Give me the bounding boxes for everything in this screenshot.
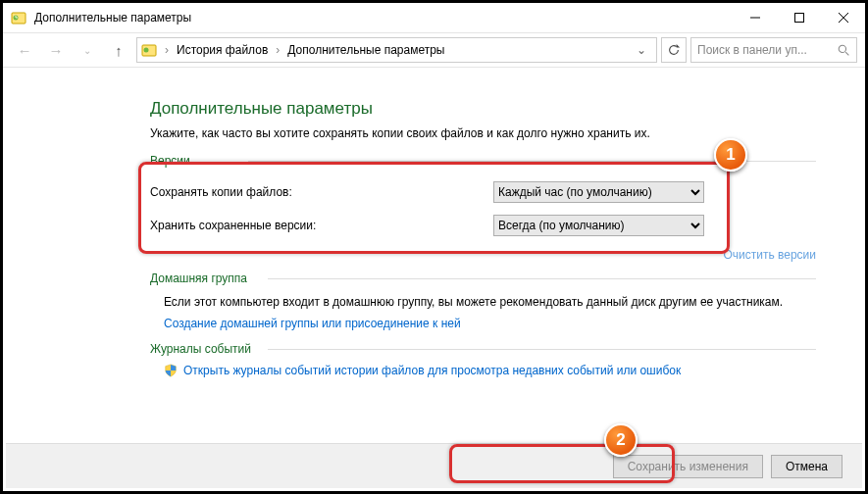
- svg-rect-3: [794, 14, 803, 23]
- search-placeholder: Поиск в панели уп...: [697, 43, 832, 57]
- refresh-button[interactable]: [661, 37, 687, 63]
- keep-versions-select[interactable]: Всегда (по умолчанию): [493, 215, 704, 236]
- recent-locations-button[interactable]: ⌄: [74, 36, 101, 64]
- search-icon: [838, 44, 850, 57]
- save-button[interactable]: Сохранить изменения: [613, 455, 763, 478]
- svg-point-7: [144, 48, 149, 53]
- cancel-button[interactable]: Отмена: [771, 455, 842, 478]
- clean-versions-link[interactable]: Очистить версии: [150, 248, 816, 262]
- search-input[interactable]: Поиск в панели уп...: [690, 37, 857, 63]
- address-bar[interactable]: › История файлов › Дополнительные параме…: [136, 37, 657, 63]
- navbar: ← → ⌄ ↑ › История файлов › Дополнительны…: [3, 32, 865, 68]
- svg-point-8: [839, 45, 845, 52]
- up-button[interactable]: ↑: [105, 36, 132, 64]
- chevron-right-icon: ›: [272, 43, 283, 57]
- row-keep-versions: Хранить сохраненные версии: Всегда (по у…: [150, 209, 816, 242]
- breadcrumb-level2[interactable]: Дополнительные параметры: [287, 43, 444, 57]
- svg-line-9: [845, 52, 848, 55]
- save-copies-select[interactable]: Каждый час (по умолчанию): [493, 181, 704, 203]
- page-heading: Дополнительные параметры: [150, 99, 816, 119]
- keep-versions-label: Хранить сохраненные версии:: [150, 219, 493, 232]
- homegroup-text: Если этот компьютер входит в домашнюю гр…: [164, 293, 816, 311]
- page-description: Укажите, как часто вы хотите сохранять к…: [150, 126, 816, 140]
- breadcrumb-level1[interactable]: История файлов: [177, 43, 268, 57]
- shield-icon: [164, 364, 178, 377]
- section-logs-title: Журналы событий: [150, 342, 816, 356]
- content-area: Дополнительные параметры Укажите, как ча…: [3, 68, 865, 377]
- logs-link[interactable]: Открыть журналы событий истории файлов д…: [183, 364, 681, 377]
- minimize-button[interactable]: [733, 3, 777, 32]
- window-title: Дополнительные параметры: [34, 11, 733, 25]
- app-icon: [11, 10, 26, 25]
- section-versions-title: Версии: [150, 154, 816, 168]
- homegroup-link[interactable]: Создание домашней группы или присоединен…: [164, 317, 461, 330]
- folder-icon: [141, 42, 157, 58]
- maximize-button[interactable]: [777, 3, 821, 32]
- close-button[interactable]: [821, 3, 865, 32]
- save-copies-label: Сохранять копии файлов:: [150, 185, 493, 199]
- chevron-right-icon: ›: [161, 43, 173, 57]
- titlebar: Дополнительные параметры: [3, 3, 865, 32]
- section-homegroup-title: Домашняя группа: [150, 272, 816, 285]
- back-button[interactable]: ←: [11, 36, 38, 64]
- chevron-down-icon[interactable]: ⌄: [631, 43, 652, 57]
- row-save-copies: Сохранять копии файлов: Каждый час (по у…: [150, 175, 816, 209]
- footer: Сохранить изменения Отмена: [6, 443, 862, 488]
- window-controls: [733, 3, 865, 32]
- forward-button[interactable]: →: [42, 36, 70, 64]
